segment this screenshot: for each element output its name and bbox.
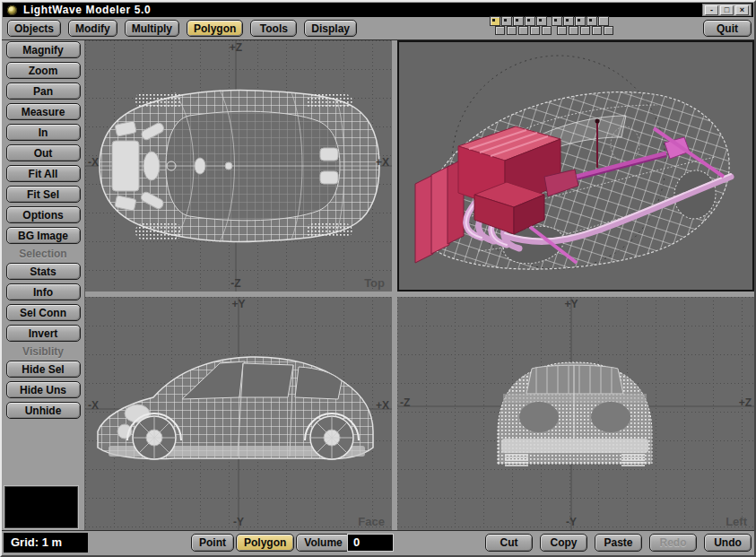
layer-foreground-square[interactable] [501, 16, 512, 26]
viewport-perspective[interactable] [397, 40, 754, 292]
top-view-wireframe [85, 40, 392, 292]
layer-foreground-square[interactable] [587, 16, 597, 26]
sidebar: MagnifyZoomPanMeasureInOutFit AllFit Sel… [2, 40, 85, 530]
layer-button-6[interactable] [552, 16, 563, 37]
layer-data-dot [539, 19, 542, 22]
viewport-top[interactable]: +Z -X +X -Z Top [85, 40, 392, 292]
grid-size-display: Grid: 1 m [4, 533, 88, 553]
face-view-wireframe [85, 297, 392, 530]
perspective-view-wireframe [399, 42, 752, 290]
layer-data-dot [554, 19, 557, 22]
layer-button-1[interactable] [490, 16, 501, 37]
front-wheel [133, 416, 176, 459]
layer-button-10[interactable] [598, 16, 610, 37]
menu-button-multiply[interactable]: Multiply [125, 20, 179, 37]
sidebar-button-hide-sel[interactable]: Hide Sel [6, 361, 81, 378]
menubar: ObjectsModifyMultiplyPolygonToolsDisplay… [2, 17, 754, 40]
layer-foreground-square[interactable] [563, 16, 574, 26]
layer-button-4[interactable] [525, 16, 536, 37]
window-title: LightWave Modeler 5.0 [23, 4, 151, 16]
sidebar-header-selection: Selection [2, 248, 84, 261]
layer-data-dot [516, 19, 518, 22]
sidebar-button-invert[interactable]: Invert [6, 325, 81, 342]
viewport-name-top: Top [364, 276, 385, 290]
sidebar-button-pan[interactable]: Pan [6, 83, 81, 100]
left-view-wireframe [397, 297, 754, 530]
preview-box [4, 486, 78, 528]
app-window: LightWave Modeler 5.0 - □ × ObjectsModif… [0, 0, 756, 557]
layer-button-9[interactable] [587, 16, 598, 37]
menu-button-display[interactable]: Display [304, 20, 357, 37]
sidebar-button-fit-all[interactable]: Fit All [6, 165, 81, 182]
redo-button[interactable]: Redo [649, 534, 697, 552]
selection-count-field: 0 [347, 534, 394, 552]
axis-label-bottom: -Y [233, 516, 244, 528]
axis-label-bottom: -Z [230, 277, 240, 290]
axis-label-top: +Y [564, 298, 578, 310]
mode-button-point[interactable]: Point [191, 534, 234, 552]
layer-selector [490, 16, 610, 37]
sidebar-button-fit-sel[interactable]: Fit Sel [6, 186, 81, 203]
viewport-face[interactable]: +Y -X +X -Y Face [85, 297, 392, 530]
axis-label-top: +Z [230, 41, 242, 54]
sidebar-button-options[interactable]: Options [6, 206, 81, 223]
minimize-button[interactable]: - [705, 5, 718, 15]
axis-label-right: +Z [739, 396, 752, 409]
sidebar-button-bg-image[interactable]: BG Image [6, 227, 81, 244]
quit-button[interactable]: Quit [703, 20, 752, 37]
close-button[interactable]: × [735, 5, 749, 15]
sidebar-button-zoom[interactable]: Zoom [6, 62, 81, 79]
paste-button[interactable]: Paste [595, 534, 642, 552]
mode-button-polygon[interactable]: Polygon [236, 534, 294, 552]
viewport-name-face: Face [358, 515, 385, 528]
sidebar-button-magnify[interactable]: Magnify [6, 41, 81, 58]
menu-group: ObjectsModifyMultiplyPolygonToolsDisplay [7, 20, 357, 37]
menu-button-tools[interactable]: Tools [250, 20, 297, 37]
layer-background-square[interactable] [604, 26, 613, 35]
undo-button[interactable]: Undo [704, 534, 752, 552]
layer-foreground-square[interactable] [513, 16, 524, 26]
axis-label-top: +Y [231, 298, 245, 310]
axis-label-right: +X [376, 156, 389, 169]
axis-label-left: -X [88, 156, 99, 169]
layer-button-3[interactable] [513, 16, 525, 37]
sidebar-button-info[interactable]: Info [6, 283, 81, 300]
axis-label-left: -Z [400, 396, 410, 409]
sidebar-button-in[interactable]: In [6, 124, 81, 141]
layer-background-square[interactable] [542, 26, 552, 35]
axis-label-bottom: -Y [566, 516, 577, 528]
menu-button-objects[interactable]: Objects [7, 20, 61, 37]
sidebar-button-out[interactable]: Out [6, 144, 81, 161]
sidebar-button-sel-conn[interactable]: Sel Conn [6, 304, 81, 321]
menu-button-polygon[interactable]: Polygon [187, 20, 243, 37]
axis-label-right: +X [376, 399, 389, 412]
axis-label-left: -X [88, 399, 99, 412]
edit-actions-group: CutCopyPasteRedoUndo [485, 534, 752, 552]
layer-data-dot [589, 19, 592, 22]
mode-button-volume[interactable]: Volume [296, 534, 350, 552]
layer-button-7[interactable] [563, 16, 575, 37]
layer-foreground-square[interactable] [536, 16, 547, 26]
layer-button-2[interactable] [501, 16, 513, 37]
copy-button[interactable]: Copy [540, 534, 587, 552]
layer-button-5[interactable] [536, 16, 548, 37]
layer-foreground-square[interactable] [575, 16, 586, 26]
cut-button[interactable]: Cut [485, 534, 533, 552]
viewport-name-left: Left [726, 515, 747, 528]
layer-foreground-square[interactable] [598, 16, 609, 26]
titlebar: LightWave Modeler 5.0 - □ × [3, 3, 753, 17]
layer-data-dot [566, 19, 569, 22]
viewport-area: +Z -X +X -Z Top [85, 40, 754, 530]
layer-foreground-square[interactable] [490, 16, 500, 26]
layer-foreground-square[interactable] [552, 16, 562, 26]
viewport-left[interactable]: +Y -Z +Z -Y Left [397, 297, 754, 530]
layer-button-8[interactable] [575, 16, 587, 37]
sidebar-button-unhide[interactable]: Unhide [6, 402, 81, 419]
sidebar-button-measure[interactable]: Measure [6, 103, 81, 120]
layer-foreground-square[interactable] [525, 16, 535, 26]
sidebar-button-stats[interactable]: Stats [6, 263, 81, 280]
lightwave-logo-icon [7, 5, 17, 15]
menu-button-modify[interactable]: Modify [68, 20, 117, 37]
sidebar-button-hide-uns[interactable]: Hide Uns [6, 381, 81, 398]
maximize-button[interactable]: □ [720, 5, 734, 15]
